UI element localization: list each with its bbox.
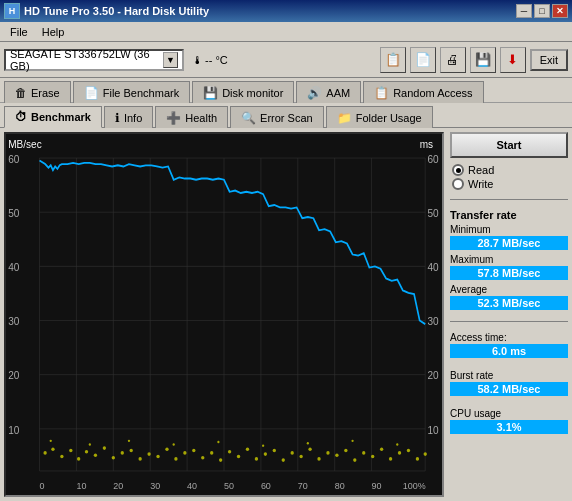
average-value: 52.3 MB/sec bbox=[450, 296, 568, 310]
svg-point-56 bbox=[165, 447, 168, 451]
chart-svg: MB/sec ms 60 50 40 30 20 10 60 50 40 30 … bbox=[6, 134, 442, 495]
transfer-rate-header: Transfer rate bbox=[450, 209, 568, 221]
minimize-button[interactable]: ─ bbox=[516, 4, 532, 18]
svg-point-83 bbox=[407, 449, 410, 453]
write-radio-item[interactable]: Write bbox=[452, 178, 566, 190]
svg-text:30: 30 bbox=[8, 316, 19, 327]
svg-point-66 bbox=[255, 457, 258, 461]
menu-help[interactable]: Help bbox=[36, 24, 71, 40]
maximize-button[interactable]: □ bbox=[534, 4, 550, 18]
average-label: Average bbox=[450, 284, 568, 295]
svg-text:60: 60 bbox=[8, 154, 19, 165]
read-radio[interactable] bbox=[452, 164, 464, 176]
svg-point-89 bbox=[173, 443, 175, 445]
svg-point-50 bbox=[112, 456, 115, 460]
svg-point-52 bbox=[130, 449, 133, 453]
toolbar-btn-4[interactable]: 💾 bbox=[470, 47, 496, 73]
svg-text:30: 30 bbox=[150, 481, 160, 491]
temperature-display: 🌡 -- °C bbox=[188, 54, 232, 66]
burst-rate-row: Burst rate 58.2 MB/sec bbox=[450, 367, 568, 397]
tab-error-scan[interactable]: 🔍 Error Scan bbox=[230, 106, 324, 128]
svg-point-75 bbox=[335, 453, 338, 457]
svg-point-65 bbox=[246, 447, 249, 451]
svg-text:60: 60 bbox=[427, 154, 438, 165]
tab-random-access-label: Random Access bbox=[393, 87, 472, 99]
y-axis-label-right: ms bbox=[420, 139, 433, 150]
tab-error-scan-label: Error Scan bbox=[260, 112, 313, 124]
cpu-usage-label: CPU usage bbox=[450, 408, 568, 419]
svg-text:60: 60 bbox=[261, 481, 271, 491]
tab-file-benchmark-label: File Benchmark bbox=[103, 87, 179, 99]
tab-health[interactable]: ➕ Health bbox=[155, 106, 228, 128]
app-icon: H bbox=[4, 3, 20, 19]
transfer-rate-section: Transfer rate Minimum 28.7 MB/sec Maximu… bbox=[450, 207, 568, 314]
svg-text:40: 40 bbox=[187, 481, 197, 491]
svg-text:40: 40 bbox=[8, 262, 19, 273]
svg-point-80 bbox=[380, 447, 383, 451]
svg-point-69 bbox=[282, 458, 285, 462]
svg-point-44 bbox=[60, 455, 63, 459]
tab-benchmark-label: Benchmark bbox=[31, 111, 91, 123]
svg-point-87 bbox=[89, 443, 91, 445]
close-button[interactable]: ✕ bbox=[552, 4, 568, 18]
svg-point-54 bbox=[147, 452, 150, 456]
tab-disk-monitor[interactable]: 💾 Disk monitor bbox=[192, 81, 294, 103]
access-time-row: Access time: 6.0 ms bbox=[450, 329, 568, 359]
mode-radio-group: Read Write bbox=[450, 162, 568, 192]
tab-aam[interactable]: 🔊 AAM bbox=[296, 81, 361, 103]
random-access-icon: 📋 bbox=[374, 86, 389, 100]
tab-folder-usage[interactable]: 📁 Folder Usage bbox=[326, 106, 433, 128]
toolbar-btn-1[interactable]: 📋 bbox=[380, 47, 406, 73]
tab-folder-usage-label: Folder Usage bbox=[356, 112, 422, 124]
divider-1 bbox=[450, 199, 568, 200]
tab-random-access[interactable]: 📋 Random Access bbox=[363, 81, 483, 103]
tabs-row1: 🗑 Erase 📄 File Benchmark 💾 Disk monitor … bbox=[0, 78, 572, 128]
tab-row-1: 🗑 Erase 📄 File Benchmark 💾 Disk monitor … bbox=[0, 78, 572, 102]
svg-point-57 bbox=[174, 457, 177, 461]
file-benchmark-icon: 📄 bbox=[84, 86, 99, 100]
tab-aam-label: AAM bbox=[326, 87, 350, 99]
tab-health-label: Health bbox=[185, 112, 217, 124]
svg-point-67 bbox=[264, 452, 267, 456]
benchmark-chart: MB/sec ms 60 50 40 30 20 10 60 50 40 30 … bbox=[4, 132, 444, 497]
disk-monitor-icon: 💾 bbox=[203, 86, 218, 100]
window-controls: ─ □ ✕ bbox=[516, 4, 568, 18]
toolbar-btn-3[interactable]: 🖨 bbox=[440, 47, 466, 73]
tab-file-benchmark[interactable]: 📄 File Benchmark bbox=[73, 81, 190, 103]
read-radio-item[interactable]: Read bbox=[452, 164, 566, 176]
minimum-row: Minimum 28.7 MB/sec bbox=[450, 224, 568, 250]
drive-dropdown-arrow[interactable]: ▼ bbox=[163, 52, 178, 68]
toolbar-btn-2[interactable]: 📄 bbox=[410, 47, 436, 73]
svg-text:30: 30 bbox=[427, 316, 438, 327]
svg-point-71 bbox=[299, 455, 302, 459]
menu-file[interactable]: File bbox=[4, 24, 34, 40]
folder-usage-icon: 📁 bbox=[337, 111, 352, 125]
svg-text:80: 80 bbox=[335, 481, 345, 491]
tab-benchmark[interactable]: ⏱ Benchmark bbox=[4, 106, 102, 128]
svg-point-59 bbox=[192, 449, 195, 453]
svg-point-63 bbox=[228, 450, 231, 454]
svg-text:20: 20 bbox=[113, 481, 123, 491]
svg-point-91 bbox=[262, 444, 264, 446]
drive-selector[interactable]: SEAGATE ST336752LW (36 GB) ▼ bbox=[4, 49, 184, 71]
svg-point-78 bbox=[362, 451, 365, 455]
read-label: Read bbox=[468, 164, 494, 176]
tab-erase[interactable]: 🗑 Erase bbox=[4, 81, 71, 103]
title-bar: H HD Tune Pro 3.50 - Hard Disk Utility ─… bbox=[0, 0, 572, 22]
tab-info[interactable]: ℹ Info bbox=[104, 106, 153, 128]
write-label: Write bbox=[468, 178, 493, 190]
maximum-label: Maximum bbox=[450, 254, 568, 265]
svg-point-90 bbox=[217, 441, 219, 443]
toolbar-btn-5[interactable]: ⬇ bbox=[500, 47, 526, 73]
svg-point-73 bbox=[317, 457, 320, 461]
exit-button[interactable]: Exit bbox=[530, 49, 568, 71]
svg-text:10: 10 bbox=[8, 424, 19, 435]
svg-text:0: 0 bbox=[40, 481, 45, 491]
benchmark-icon: ⏱ bbox=[15, 110, 27, 124]
svg-text:100%: 100% bbox=[403, 481, 426, 491]
svg-point-77 bbox=[353, 458, 356, 462]
write-radio[interactable] bbox=[452, 178, 464, 190]
svg-text:70: 70 bbox=[298, 481, 308, 491]
svg-text:20: 20 bbox=[427, 370, 438, 381]
start-button[interactable]: Start bbox=[450, 132, 568, 158]
